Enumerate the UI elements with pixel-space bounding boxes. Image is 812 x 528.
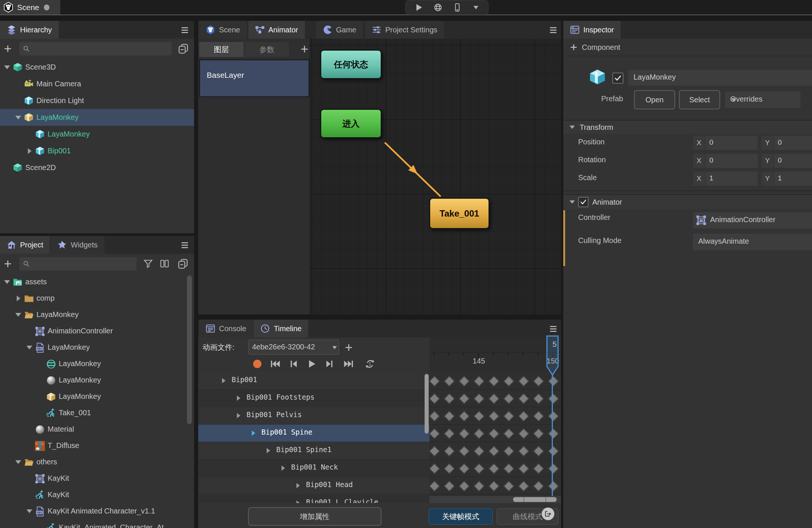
keyframe-diamond[interactable] bbox=[533, 481, 544, 492]
layer-tab-layers[interactable]: 图层 bbox=[199, 42, 244, 57]
caret-right-icon[interactable] bbox=[235, 412, 242, 419]
keyframe-diamond[interactable] bbox=[548, 428, 559, 439]
track-row[interactable]: Bip001 Spine1 bbox=[198, 442, 429, 460]
scene-window-tab[interactable]: Scene bbox=[0, 0, 60, 15]
track-row[interactable]: Bip001 Neck bbox=[198, 460, 429, 477]
tree-item[interactable]: LayaMonkey bbox=[0, 126, 194, 143]
keyframe-diamond[interactable] bbox=[474, 428, 485, 439]
keyframe-diamond[interactable] bbox=[533, 393, 544, 404]
caret-down-icon[interactable] bbox=[25, 507, 33, 515]
keyframe-diamond[interactable] bbox=[459, 446, 470, 457]
caret-down-icon[interactable] bbox=[14, 311, 22, 319]
caret-down-icon[interactable] bbox=[3, 63, 11, 71]
step-back-button[interactable] bbox=[288, 358, 299, 369]
keyframe-diamond[interactable] bbox=[444, 463, 455, 474]
caret-right-icon[interactable] bbox=[294, 482, 302, 489]
axis-y-input[interactable]: 1 bbox=[774, 172, 812, 186]
keyframe-diamond[interactable] bbox=[474, 481, 485, 492]
keyframe-diamond[interactable] bbox=[429, 481, 440, 492]
hscroll-thumb[interactable] bbox=[513, 497, 557, 502]
play-animation-button[interactable] bbox=[306, 358, 317, 369]
state-machine-canvas[interactable]: 任何状态 进入 Take_001 bbox=[309, 39, 561, 314]
keyframe-diamond[interactable] bbox=[518, 393, 529, 404]
keyframe-diamond[interactable] bbox=[489, 481, 500, 492]
layer-tab-params[interactable]: 参数 bbox=[245, 42, 289, 57]
project-search-input[interactable] bbox=[19, 257, 136, 271]
keyframe-diamond[interactable] bbox=[548, 411, 559, 422]
animator-section-header[interactable]: Animator bbox=[563, 194, 812, 209]
tab-scene[interactable]: Scene bbox=[199, 21, 247, 39]
web-run-button[interactable] bbox=[434, 3, 442, 12]
tree-item[interactable]: Scene3D bbox=[0, 59, 194, 76]
keyframe-diamond[interactable] bbox=[489, 428, 500, 439]
tab-game[interactable]: Game bbox=[316, 21, 363, 39]
caret-down-icon[interactable] bbox=[14, 458, 22, 466]
state-node-entry[interactable]: 进入 bbox=[320, 109, 381, 138]
keyframe-diamond[interactable] bbox=[429, 428, 440, 439]
keyframe-diamond[interactable] bbox=[533, 446, 544, 457]
keyframe-diamond[interactable] bbox=[548, 481, 559, 492]
go-to-end-button[interactable] bbox=[343, 358, 354, 369]
timeline-menu-icon[interactable] bbox=[548, 324, 558, 334]
keyframe-diamond[interactable] bbox=[444, 411, 455, 422]
run-options-dropdown-icon[interactable] bbox=[472, 4, 480, 11]
collapse-all-icon[interactable] bbox=[178, 43, 189, 54]
tab-console[interactable]: Console bbox=[199, 320, 253, 337]
curve-mode-badge[interactable] bbox=[542, 508, 554, 520]
tree-item[interactable]: LayaMonkey bbox=[0, 372, 194, 388]
tree-item[interactable]: others bbox=[0, 454, 194, 470]
tree-item[interactable]: Take_001 bbox=[0, 405, 194, 421]
tree-item[interactable]: assets bbox=[0, 274, 194, 290]
keyframe-diamond[interactable] bbox=[503, 376, 515, 387]
active-checkbox[interactable] bbox=[612, 73, 624, 84]
tab-widgets[interactable]: Widgets bbox=[51, 236, 104, 254]
tree-item[interactable]: Bip001 bbox=[0, 143, 194, 159]
timeline-ruler[interactable]: 5 145150 bbox=[429, 337, 561, 372]
track-row[interactable]: Bip001 Footsteps bbox=[198, 390, 429, 407]
anim-file-dropdown[interactable]: 4ebe26e6-3200-42 bbox=[248, 340, 339, 355]
track-row[interactable]: Bip001 Pelvis bbox=[198, 407, 429, 425]
keyframe-diamond[interactable] bbox=[474, 376, 485, 387]
keyframe-diamond[interactable] bbox=[459, 463, 470, 474]
keyframe-diamond[interactable] bbox=[548, 446, 559, 457]
keys-hscrollbar[interactable] bbox=[429, 496, 561, 503]
add-node-button[interactable] bbox=[3, 44, 13, 54]
axis-y-input[interactable]: 0 bbox=[774, 154, 812, 168]
caret-right-icon[interactable] bbox=[220, 377, 227, 384]
keyframe-diamond[interactable] bbox=[533, 376, 544, 387]
keyframe-diamond[interactable] bbox=[429, 463, 440, 474]
play-button[interactable] bbox=[414, 3, 423, 12]
state-node-take001[interactable]: Take_001 bbox=[429, 198, 489, 229]
keyframe-diamond[interactable] bbox=[429, 376, 440, 387]
transition-arrow[interactable] bbox=[309, 39, 561, 314]
keyframe-diamond[interactable] bbox=[548, 376, 559, 387]
tree-item[interactable]: 3DAnimationController bbox=[0, 323, 194, 339]
axis-x-input[interactable]: 0 bbox=[706, 154, 758, 168]
keyframe-diamond[interactable] bbox=[444, 481, 455, 492]
keyframe-diamond[interactable] bbox=[474, 446, 485, 457]
keyframe-diamond[interactable] bbox=[474, 411, 485, 422]
caret-down-icon[interactable] bbox=[25, 343, 33, 352]
track-row[interactable]: Bip001 bbox=[198, 372, 429, 390]
axis-x-input[interactable]: 0 bbox=[706, 136, 758, 150]
animator-enabled-checkbox[interactable] bbox=[578, 197, 589, 207]
mobile-run-button[interactable] bbox=[453, 3, 462, 12]
keyframe-diamond[interactable] bbox=[548, 463, 559, 474]
prefab-open-button[interactable]: Open bbox=[634, 90, 675, 109]
tab-inspector[interactable]: Inspector bbox=[563, 21, 621, 39]
keyframe-diamond[interactable] bbox=[503, 393, 515, 404]
keyframe-diamond[interactable] bbox=[503, 481, 515, 492]
tree-item[interactable]: 3DKayKit bbox=[0, 470, 194, 487]
caret-down-icon[interactable] bbox=[14, 113, 22, 122]
hierarchy-menu-icon[interactable] bbox=[180, 25, 190, 35]
keyframe-diamond[interactable] bbox=[429, 411, 440, 422]
culling-mode-field[interactable]: AlwaysAnimate bbox=[693, 234, 812, 250]
keyframe-diamond[interactable] bbox=[503, 446, 515, 457]
split-view-icon[interactable] bbox=[159, 259, 170, 269]
keyframe-diamond[interactable] bbox=[489, 393, 500, 404]
keyframe-diamond[interactable] bbox=[518, 428, 529, 439]
keyframe-diamond[interactable] bbox=[503, 463, 515, 474]
tree-item[interactable]: FBXLayaMonkey bbox=[0, 339, 194, 356]
keyframe-diamond[interactable] bbox=[444, 446, 455, 457]
tree-item[interactable]: T_Diffuse bbox=[0, 438, 194, 454]
